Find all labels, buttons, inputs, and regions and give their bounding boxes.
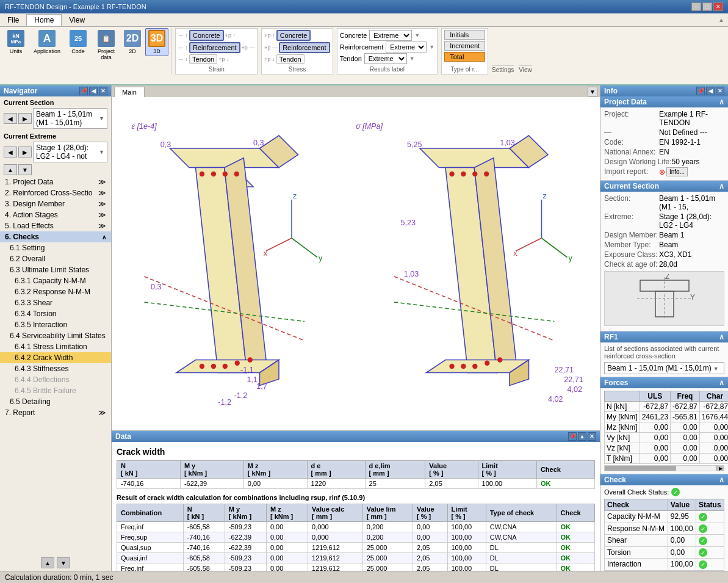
nav-item-reinforced-section[interactable]: 2. Reinforced Cross-Sectio≫ [0, 187, 111, 198]
units-button[interactable]: kN MPa Units [2, 28, 29, 56]
nav-close-icon[interactable]: ✕ [99, 87, 107, 95]
info-pin-icon[interactable]: 📌 [696, 87, 705, 95]
initials-button[interactable]: Initials [444, 30, 485, 40]
nav-item-brittle-failure[interactable]: 6.4.5 Brittle Failure [0, 385, 111, 396]
nav-item-overall[interactable]: 6.2 Overall [0, 253, 111, 264]
nav-item-design-member[interactable]: 3. Design Member≫ [0, 198, 111, 209]
nav-item-shear[interactable]: 6.3.3 Shear [0, 297, 111, 308]
rf1-beam-dropdown[interactable]: Beam 1 - 15,01m (M1 - 15,01m) ▼ [604, 362, 724, 374]
nav-arrow-icon[interactable]: ◀ [89, 87, 98, 95]
table-row: My [kNm] 2461,23-565,811676,44-565,0 [605, 412, 729, 422]
code-button[interactable]: 25 Code [65, 28, 92, 56]
current-section-title: Current Section [4, 99, 107, 106]
2d-button[interactable]: 2D 2D [121, 28, 144, 56]
nav-item-load-effects[interactable]: 5. Load Effects≫ [0, 220, 111, 231]
nav-item-crack-width[interactable]: 6.4.2 Crack Width [0, 352, 111, 363]
col-n: N[ kN ] [117, 461, 181, 479]
nav-item-setting[interactable]: 6.1 Setting [0, 242, 111, 253]
status-ok-icon: ✓ [699, 513, 707, 521]
check-title: Check [604, 476, 626, 484]
nav-item-response-nmm[interactable]: 6.3.2 Response N-M-M [0, 286, 111, 297]
nav-item-uls[interactable]: 6.3 Ultimate Limit States [0, 264, 111, 275]
info-national-annex: National Annex: EN [604, 148, 724, 156]
project-data-header[interactable]: Project Data ∧ [600, 96, 728, 107]
info-arrow-icon[interactable]: ◀ [706, 87, 715, 95]
nav-item-project-data[interactable]: 1. Project Data≫ [0, 176, 111, 187]
extreme-next-btn[interactable]: ▶ [18, 147, 32, 158]
table-row: Capacity N-M-M92,95 ✓ [605, 511, 724, 523]
col-limit2: Limit[ % ] [447, 504, 486, 522]
check-section: Check ∧ Overall Check Status: ✓ Check Va… [600, 474, 728, 571]
nav-pin-icon[interactable]: 📌 [79, 87, 88, 95]
nav-item-stiffnesses[interactable]: 6.4.3 Stiffnesses [0, 363, 111, 374]
table-row: Vy [kN] 0,000,000,000,0 [605, 433, 729, 443]
extreme-up-btn[interactable]: ▲ [4, 164, 17, 175]
col-type-check: Type of check [486, 504, 557, 522]
nav-item-torsion[interactable]: 6.3.4 Torsion [0, 308, 111, 319]
stress-reinforcement-btn[interactable]: Reinforcement [279, 42, 330, 53]
stress-tendon-btn[interactable]: Tendon [276, 54, 305, 64]
strain-concrete-btn[interactable]: Concrete [189, 30, 224, 41]
close-button[interactable]: ✕ [713, 2, 723, 11]
main-layout: Navigator 📌 ◀ ✕ Current Section ◀ ▶ Beam… [0, 85, 728, 571]
data-panel-controls: 📌 ▲ ✕ [568, 432, 596, 441]
nav-item-report[interactable]: 7. Report≫ [0, 407, 111, 418]
strain-tendon-btn[interactable]: Tendon [189, 54, 217, 64]
svg-text:1,03: 1,03 [404, 270, 419, 278]
nav-item-checks-header[interactable]: 6. Checks∧ [0, 231, 111, 242]
forces-scroll-right[interactable]: ▶ [716, 466, 724, 471]
current-section-dropdown[interactable]: Beam 1 - 15,01m (M1 - 15,01m) ▼ [33, 108, 107, 129]
nav-item-interaction[interactable]: 6.3.5 Interaction [0, 319, 111, 330]
stress-axis-label: σ [MPa] [356, 123, 383, 131]
results-concrete-dropdown[interactable]: Extreme [369, 30, 412, 41]
info-import-report: Import report: ⊗ Info... [604, 167, 724, 176]
forces-header[interactable]: Forces ∧ [600, 377, 728, 388]
menu-file[interactable]: File [0, 15, 26, 26]
results-reinforcement-dropdown[interactable]: Extreme [386, 42, 427, 53]
data-pin-icon[interactable]: 📌 [568, 432, 577, 441]
nav-up-btn[interactable]: ▲ [41, 557, 54, 568]
extreme-prev-btn[interactable]: ◀ [4, 147, 17, 158]
application-label: Application [34, 48, 60, 54]
info-close-icon[interactable]: ✕ [716, 87, 724, 95]
current-extreme-dropdown[interactable]: Stage 1 (28,0d): LG2 - LG4 - not ▼ [33, 142, 107, 162]
current-section-info-header[interactable]: Current Section ∧ [600, 181, 728, 192]
application-button[interactable]: A Application [31, 28, 63, 56]
extreme-down-btn[interactable]: ▼ [18, 164, 32, 175]
3d-button[interactable]: 3D 3D [145, 28, 168, 56]
project-data-button[interactable]: 📋 Projectdata [93, 28, 120, 62]
maximize-button[interactable]: □ [702, 2, 712, 11]
type-label: Type of r... [442, 66, 488, 73]
tab-main[interactable]: Main [114, 87, 145, 97]
application-icon: A [38, 30, 56, 47]
data-close-icon[interactable]: ✕ [588, 432, 596, 441]
info-btn[interactable]: Info... [666, 167, 688, 176]
menu-home[interactable]: Home [26, 14, 62, 26]
project-data-section: Project Data ∧ Project: Example 1 RF-TEN… [600, 96, 728, 181]
data-arrow-icon[interactable]: ▲ [578, 432, 586, 441]
forces-scrollbar[interactable]: ▶ [604, 465, 724, 471]
current-section-info-content: Section: Beam 1 - 15,01m (M1 - 15, Extre… [600, 192, 728, 331]
navigator-title: Navigator [4, 87, 37, 95]
nav-item-sls[interactable]: 6.4 Serviceability Limit States [0, 330, 111, 341]
section-next-btn[interactable]: ▶ [18, 113, 32, 124]
increment-button[interactable]: Increment [444, 41, 485, 51]
strain-reinforcement-btn[interactable]: Reinforcement [189, 42, 240, 53]
nav-item-detailing[interactable]: 6.5 Detailing [0, 396, 111, 407]
col-n2: N[ kN ] [183, 504, 225, 522]
check-header[interactable]: Check ∧ [600, 474, 728, 485]
nav-item-stress-lim[interactable]: 6.4.1 Stress Limitation [0, 341, 111, 352]
ribbon-collapse[interactable]: ▲ [718, 16, 728, 23]
section-prev-btn[interactable]: ◀ [4, 113, 17, 124]
nav-item-deflections[interactable]: 6.4.4 Deflections [0, 374, 111, 385]
nav-down-btn[interactable]: ▼ [57, 557, 70, 568]
nav-item-action-stages[interactable]: 4. Action Stages≫ [0, 209, 111, 220]
stress-concrete-btn[interactable]: Concrete [276, 30, 311, 41]
total-button[interactable]: Total [444, 52, 485, 62]
rf1-header[interactable]: RF1 ∧ [600, 331, 728, 342]
viewport-menu-btn[interactable]: ▼ [588, 87, 597, 96]
results-tendon-dropdown[interactable]: Extreme [364, 53, 407, 64]
menu-view[interactable]: View [62, 15, 92, 26]
minimize-button[interactable]: − [691, 2, 701, 11]
nav-item-capacity-nmm[interactable]: 6.3.1 Capacity N-M-M [0, 275, 111, 286]
